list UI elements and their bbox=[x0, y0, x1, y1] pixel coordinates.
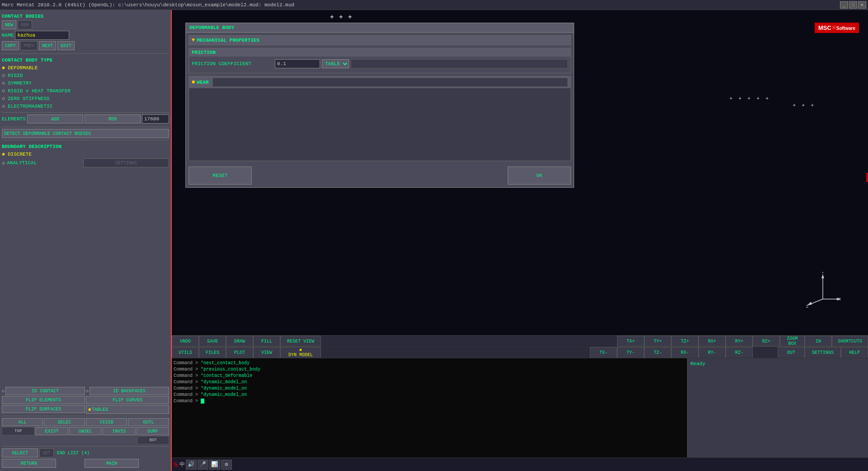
table-select[interactable]: TABLE bbox=[322, 59, 349, 68]
return-button[interactable]: RETURN bbox=[2, 459, 56, 468]
ty-minus-button[interactable]: TY- bbox=[617, 347, 644, 358]
prev-button[interactable]: PREV bbox=[20, 41, 38, 50]
reset-view-button[interactable]: RESET VIEW bbox=[280, 336, 321, 347]
unsel-button[interactable]: UNSEL bbox=[69, 427, 102, 435]
save-button[interactable]: SAVE bbox=[199, 336, 226, 347]
cmd-line-7: Command > bbox=[174, 398, 685, 404]
taskbar-icon-4[interactable]: ⚙ bbox=[221, 460, 232, 470]
set-button[interactable]: SET bbox=[39, 448, 54, 457]
help-button[interactable]: HELP bbox=[841, 347, 868, 358]
plus-mark: + bbox=[765, 96, 769, 101]
zoom-box-button[interactable]: ZOOMBOX bbox=[780, 336, 805, 347]
plus-mark: + bbox=[793, 103, 796, 108]
exist-button[interactable]: EXIST bbox=[35, 427, 68, 435]
plot-button[interactable]: PLOT bbox=[226, 347, 253, 358]
utils-button[interactable]: UTILS bbox=[172, 347, 199, 358]
mechanical-props-header[interactable]: ▼ MECHANICAL PROPERTIES bbox=[189, 36, 571, 45]
close-button[interactable]: ✕ bbox=[858, 1, 866, 9]
ry-plus-button[interactable]: RY+ bbox=[726, 336, 753, 347]
plus-mark: + bbox=[802, 103, 805, 108]
files-button[interactable]: FILES bbox=[199, 347, 226, 358]
edit-button[interactable]: EDIT bbox=[57, 41, 75, 50]
cmd-line-2: Command > *previous_contact_body bbox=[174, 366, 685, 373]
id-backfaces-radio-icon: ◇ bbox=[86, 388, 89, 394]
rigid-heat-row[interactable]: ◇ RIGID v HEAT TRANSFER bbox=[2, 87, 169, 94]
name-input[interactable] bbox=[15, 31, 69, 40]
rem-button[interactable]: REM bbox=[18, 20, 32, 29]
surf-button[interactable]: SURF bbox=[137, 427, 169, 435]
collapse-arrow-icon: ▼ bbox=[192, 37, 195, 43]
view-button[interactable]: VIEW bbox=[253, 347, 280, 358]
visib-button[interactable]: VISIB bbox=[86, 418, 127, 426]
taskbar-s-icon: S bbox=[174, 461, 178, 469]
draw-button[interactable]: DRAW bbox=[226, 336, 253, 347]
ry-minus-button[interactable]: RY- bbox=[698, 347, 726, 358]
undo-button[interactable]: UNDO bbox=[172, 336, 199, 347]
add-button[interactable]: ADD bbox=[27, 114, 83, 124]
select-button[interactable]: SELECT bbox=[2, 448, 38, 457]
cursor-icon bbox=[201, 399, 204, 404]
contact-bodies-title: CONTACT BODIES bbox=[2, 14, 169, 19]
maximize-button[interactable]: □ bbox=[849, 1, 857, 9]
settings-button[interactable]: SETTINGS bbox=[83, 158, 170, 167]
outl-button[interactable]: OUTL bbox=[128, 418, 169, 426]
flip-surfaces-button[interactable]: FLIP SURFACES bbox=[2, 405, 85, 413]
deformable-row[interactable]: ◆ DEFORMABLE bbox=[2, 64, 169, 71]
rigid-heat-radio-icon: ◇ bbox=[2, 87, 5, 94]
flip-elements-button[interactable]: FLIP ELEMENTS bbox=[2, 396, 85, 404]
analytical-radio-icon: ◇ bbox=[2, 160, 5, 167]
electromagnetic-row[interactable]: ◇ ELECTROMAGNETIC bbox=[2, 103, 169, 109]
rigid-label: RIGID bbox=[8, 73, 23, 78]
taskbar-icon-2[interactable]: 🎤 bbox=[198, 460, 208, 470]
ty-plus-button[interactable]: TY+ bbox=[644, 336, 671, 347]
id-contact-button[interactable]: ID CONTACT bbox=[5, 387, 85, 395]
shortcuts-button[interactable]: SHORTCUTS bbox=[832, 336, 868, 347]
next-button[interactable]: NEXT bbox=[39, 41, 56, 50]
rem2-button[interactable]: REM bbox=[85, 114, 141, 124]
friction-coeff-input[interactable] bbox=[275, 59, 320, 68]
select-row: SELECT SET END LIST (4) bbox=[2, 448, 169, 457]
tables-label: TABLES bbox=[92, 407, 108, 412]
discrete-row[interactable]: ◆ DISCRETE bbox=[2, 151, 169, 157]
flip-curves-button[interactable]: FLIP CURVES bbox=[86, 396, 169, 404]
wear-header[interactable]: ■ WEAR bbox=[189, 76, 571, 88]
rz-plus-button[interactable]: RZ+ bbox=[753, 336, 780, 347]
new-button[interactable]: NEW bbox=[2, 20, 16, 29]
selec-button[interactable]: SELEC bbox=[44, 418, 85, 426]
id-backfaces-button[interactable]: ID BACKFACES bbox=[90, 387, 169, 395]
fill-button[interactable]: FILL bbox=[253, 336, 280, 347]
reset-button[interactable]: RESET bbox=[189, 167, 252, 185]
coordinate-axes: Y X Z bbox=[805, 272, 841, 308]
rigid-row[interactable]: ◇ RIGID bbox=[2, 72, 169, 79]
tz-minus-button[interactable]: TZ- bbox=[644, 347, 671, 358]
rx-minus-button[interactable]: RX- bbox=[671, 347, 698, 358]
tables-button[interactable]: ■ TABLES bbox=[86, 405, 169, 414]
tx-minus-button[interactable]: TX- bbox=[590, 347, 617, 358]
tx-plus-button[interactable]: TX+ bbox=[617, 336, 644, 347]
symmetry-row[interactable]: ◇ SYMMETRY bbox=[2, 80, 169, 86]
detect-button[interactable]: DETECT DEFORMABLE CONTACT BODIES bbox=[2, 129, 169, 138]
main-button[interactable]: MAIN bbox=[85, 459, 139, 468]
body-type-title: CONTACT BODY TYPE bbox=[2, 57, 169, 63]
minimize-button[interactable]: _ bbox=[840, 1, 848, 9]
settings-toolbar-button[interactable]: SETTINGS bbox=[805, 347, 841, 358]
all-button[interactable]: ALL bbox=[2, 418, 43, 426]
taskbar-chinese-icon: 中 bbox=[179, 461, 185, 468]
ok-button[interactable]: OK bbox=[508, 167, 571, 185]
taskbar-icon-3[interactable]: 📊 bbox=[209, 460, 220, 470]
electromagnetic-label: ELECTROMAGNETIC bbox=[8, 104, 52, 109]
dyn-model-button[interactable]: ■ DYN MODEL bbox=[280, 347, 321, 358]
boundary-title: BOUNDARY DESCRIPTION bbox=[2, 144, 169, 149]
tables-dot-icon: ■ bbox=[88, 407, 91, 412]
window-controls[interactable]: _ □ ✕ bbox=[840, 1, 866, 9]
rz-minus-button[interactable]: RZ- bbox=[726, 347, 753, 358]
tz-plus-button[interactable]: TZ+ bbox=[671, 336, 698, 347]
invis-button[interactable]: INVIS bbox=[103, 427, 135, 435]
zero-stiffness-row[interactable]: ◇ ZERO STIFFNESS bbox=[2, 95, 169, 102]
cmd-line-4: Command > *dynamic_model_on bbox=[174, 379, 685, 385]
out-button[interactable]: OUT bbox=[778, 347, 805, 358]
copy-button[interactable]: COPY bbox=[2, 41, 19, 50]
taskbar-icon-1[interactable]: 🔊 bbox=[186, 460, 197, 470]
in-button[interactable]: IN bbox=[805, 336, 832, 347]
rx-plus-button[interactable]: RX+ bbox=[698, 336, 726, 347]
